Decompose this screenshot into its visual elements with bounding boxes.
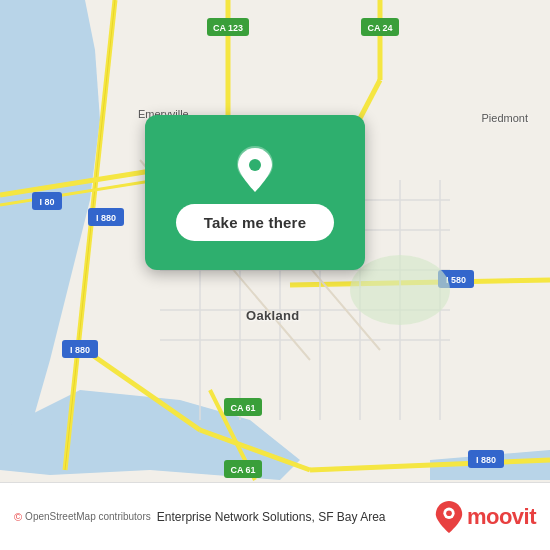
osm-text: OpenStreetMap contributors bbox=[25, 511, 151, 522]
moovit-pin-icon bbox=[435, 501, 463, 533]
svg-text:I 880: I 880 bbox=[70, 345, 90, 355]
map-container: I 80 I 880 I 880 I 580 CA 123 CA 24 CA 6… bbox=[0, 0, 550, 550]
copyright-symbol: © bbox=[14, 511, 22, 523]
svg-point-50 bbox=[446, 510, 452, 516]
svg-point-45 bbox=[350, 255, 450, 325]
moovit-logo: moovit bbox=[435, 501, 536, 533]
svg-text:CA 24: CA 24 bbox=[367, 23, 392, 33]
company-info: Enterprise Network Solutions, SF Bay Are… bbox=[157, 510, 435, 524]
svg-text:I 880: I 880 bbox=[476, 455, 496, 465]
svg-text:CA 123: CA 123 bbox=[213, 23, 243, 33]
moovit-brand-text: moovit bbox=[467, 504, 536, 530]
map-background: I 80 I 880 I 880 I 580 CA 123 CA 24 CA 6… bbox=[0, 0, 550, 550]
svg-text:I 80: I 80 bbox=[39, 197, 54, 207]
take-me-there-button[interactable]: Take me there bbox=[176, 204, 334, 241]
location-pin-icon bbox=[229, 144, 281, 196]
svg-text:CA 61: CA 61 bbox=[230, 465, 255, 475]
destination-card: Take me there bbox=[145, 115, 365, 270]
svg-text:CA 61: CA 61 bbox=[230, 403, 255, 413]
svg-point-48 bbox=[249, 159, 261, 171]
bottom-bar: © OpenStreetMap contributors Enterprise … bbox=[0, 482, 550, 550]
osm-attribution: © OpenStreetMap contributors bbox=[14, 511, 151, 523]
svg-text:I 880: I 880 bbox=[96, 213, 116, 223]
